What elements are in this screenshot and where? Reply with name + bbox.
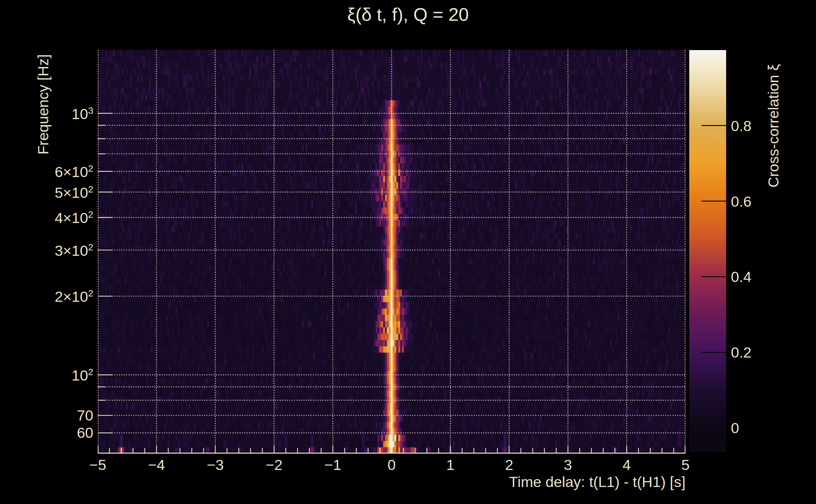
y-tick-exponent: 2 <box>88 242 93 252</box>
y-tick-main: 70 <box>77 407 93 424</box>
colorbar-tick-mark <box>702 125 726 126</box>
x-tick-label: −3 <box>190 456 241 473</box>
y-tick-label: 5×102 <box>0 185 93 200</box>
x-tick-label: 2 <box>484 456 534 473</box>
colorbar-tick-mark <box>702 427 726 428</box>
y-tick-main: 10 <box>72 367 88 384</box>
cross-correlation-heatmap <box>98 50 686 454</box>
colorbar-tick-mark <box>702 276 726 277</box>
y-tick-main: 3×10 <box>55 242 88 259</box>
x-tick-label: 4 <box>601 456 652 473</box>
chart-title: ξ(δ t, f), Q = 20 <box>0 4 816 25</box>
y-tick-main: 5×10 <box>55 184 88 201</box>
colorbar-tick-label: 0.2 <box>731 345 751 360</box>
y-axis-label: Frequency [Hz] <box>34 38 52 171</box>
x-axis-label: Time delay: t(L1) - t(H1) [s] <box>402 473 686 490</box>
y-tick-exponent: 3 <box>88 105 93 116</box>
heatmap-plot-area <box>98 50 686 454</box>
y-tick-label: 102 <box>0 367 93 383</box>
colorbar <box>689 50 726 452</box>
colorbar-tick-label: 0.6 <box>731 194 751 209</box>
colorbar-tick-mark <box>702 352 726 353</box>
y-tick-label: 60 <box>0 425 93 440</box>
x-tick-label: 0 <box>366 456 417 473</box>
y-tick-label: 6×102 <box>0 164 93 179</box>
x-tick-label: −1 <box>308 456 358 473</box>
colorbar-tick-label: 0 <box>731 421 739 435</box>
x-tick-label: 3 <box>543 456 593 473</box>
y-tick-exponent: 2 <box>88 184 93 194</box>
figure: ξ(δ t, f), Q = 20 Frequency [Hz] Time de… <box>0 0 816 504</box>
x-tick-label: −5 <box>72 456 123 473</box>
y-tick-exponent: 2 <box>88 163 93 174</box>
y-tick-label: 3×102 <box>0 243 93 258</box>
x-tick-label: −2 <box>249 456 299 473</box>
colorbar-tick-label: 0.4 <box>731 269 751 284</box>
y-tick-main: 2×10 <box>55 288 88 305</box>
x-tick-label: −4 <box>131 456 181 473</box>
y-tick-main: 60 <box>77 424 93 441</box>
y-tick-label: 4×102 <box>0 210 93 225</box>
y-tick-main: 6×10 <box>55 163 88 180</box>
y-tick-label: 2×102 <box>0 289 93 304</box>
x-tick-label: 1 <box>425 456 475 473</box>
colorbar-label: Cross-correlation ξ <box>765 47 782 205</box>
y-tick-exponent: 2 <box>88 367 93 377</box>
colorbar-tick-mark <box>702 201 726 202</box>
y-tick-exponent: 2 <box>88 288 93 298</box>
y-tick-label: 103 <box>0 106 93 121</box>
y-tick-label: 70 <box>0 408 93 423</box>
x-tick-label: 5 <box>660 456 711 473</box>
y-tick-exponent: 2 <box>88 209 93 220</box>
y-tick-main: 10 <box>72 105 88 122</box>
y-tick-main: 4×10 <box>55 209 88 226</box>
colorbar-tick-label: 0.8 <box>731 118 751 133</box>
